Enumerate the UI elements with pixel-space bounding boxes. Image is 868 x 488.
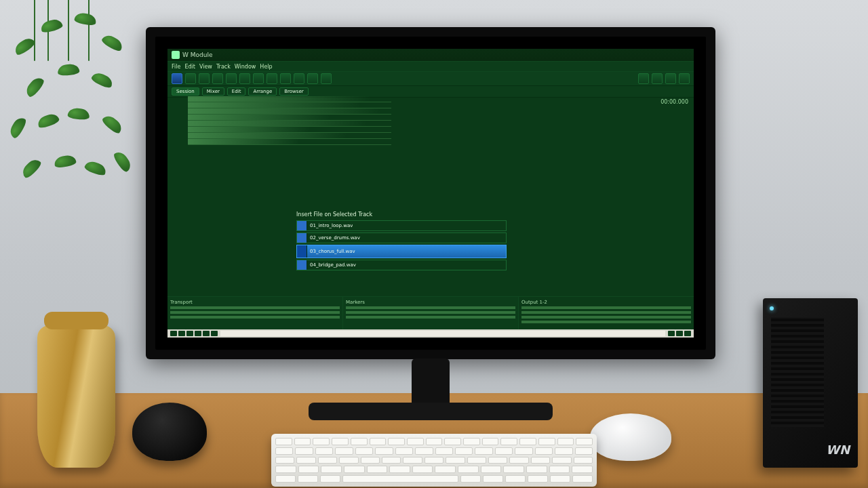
toolbar-button[interactable] <box>267 73 277 84</box>
menu-window[interactable]: Window <box>235 64 256 70</box>
start-button[interactable] <box>170 331 177 336</box>
track-list[interactable] <box>188 96 391 145</box>
titlebar[interactable]: W Module <box>167 49 694 62</box>
menu-track[interactable]: Track <box>216 64 231 70</box>
popup-header: Insert File on Selected Track <box>296 211 507 218</box>
file-icon <box>297 221 307 230</box>
taskbar-icon[interactable] <box>178 331 185 336</box>
pc-tower: WN <box>763 298 858 468</box>
monitor: W Module File Edit View Track Window Hel… <box>146 27 715 359</box>
photo-scene: W Module File Edit View Track Window Hel… <box>0 0 868 488</box>
tab-session[interactable]: Session <box>172 87 199 96</box>
monitor-stand-neck <box>412 359 450 403</box>
taskbar-icon[interactable] <box>203 331 210 336</box>
monitor-stand-base <box>309 403 553 420</box>
app-window: W Module File Edit View Track Window Hel… <box>167 49 694 338</box>
panel-label: Output 1-2 <box>521 300 691 305</box>
tab-browser[interactable]: Browser <box>279 87 308 96</box>
power-led-icon <box>770 306 774 310</box>
mouse-black <box>132 403 207 461</box>
toolbar-button[interactable] <box>226 73 237 84</box>
window-title: W Module <box>182 52 213 58</box>
tab-arrange[interactable]: Arrange <box>248 87 277 96</box>
toolbar <box>167 71 694 86</box>
toolbar-button[interactable] <box>253 73 264 84</box>
keyboard <box>271 434 597 487</box>
popup-item-selected[interactable]: 03_chorus_full.wav <box>296 245 507 258</box>
panel-label: Transport <box>170 300 340 305</box>
plant <box>0 0 156 285</box>
workspace: 00:00.000 Insert File on Selected Track <box>167 96 694 297</box>
popup-item[interactable]: 02_verse_drums.wav <box>296 232 507 243</box>
toolbar-button[interactable] <box>679 73 690 84</box>
vase <box>37 325 115 468</box>
file-icon <box>297 245 307 258</box>
file-icon <box>297 260 307 270</box>
taskbar-icon[interactable] <box>195 331 201 336</box>
mouse-white <box>590 413 671 461</box>
toolbar-button[interactable] <box>172 73 182 84</box>
toolbar-button[interactable] <box>239 73 250 84</box>
menu-edit[interactable]: Edit <box>184 64 195 70</box>
os-taskbar[interactable] <box>167 329 694 338</box>
toolbar-button[interactable] <box>321 73 332 84</box>
tab-mixer[interactable]: Mixer <box>202 87 224 96</box>
popup-item[interactable]: 01_intro_loop.wav <box>296 220 507 231</box>
toolbar-button[interactable] <box>212 73 223 84</box>
app-logo-icon <box>172 51 180 59</box>
tower-vents <box>771 317 824 427</box>
menubar[interactable]: File Edit View Track Window Help <box>167 62 694 71</box>
monitor-bezel: W Module File Edit View Track Window Hel… <box>155 37 706 350</box>
toolbar-button[interactable] <box>638 73 649 84</box>
tab-edit[interactable]: Edit <box>227 87 246 96</box>
menu-file[interactable]: File <box>172 64 180 70</box>
toolbar-button[interactable] <box>294 73 304 84</box>
tray-icon[interactable] <box>668 331 675 336</box>
taskbar-icon[interactable] <box>186 331 193 336</box>
popup-item[interactable]: 04_bridge_pad.wav <box>296 260 507 270</box>
toolbar-button[interactable] <box>199 73 210 84</box>
toolbar-button[interactable] <box>185 73 196 84</box>
timecode-readout: 00:00.000 <box>660 99 688 105</box>
menu-view[interactable]: View <box>199 64 212 70</box>
taskbar-spacer <box>220 331 665 336</box>
toolbar-button[interactable] <box>665 73 676 84</box>
insert-file-popup[interactable]: Insert File on Selected Track 01_intro_l… <box>296 211 507 272</box>
toolbar-button[interactable] <box>280 73 291 84</box>
tower-brand: WN <box>826 443 850 457</box>
taskbar-icon[interactable] <box>211 331 218 336</box>
panel-label: Markers <box>346 300 515 305</box>
menu-help[interactable]: Help <box>260 64 272 70</box>
tray-icon[interactable] <box>676 331 683 336</box>
toolbar-button[interactable] <box>307 73 318 84</box>
tray-icon[interactable] <box>684 331 691 336</box>
file-icon <box>297 233 307 243</box>
toolbar-button[interactable] <box>652 73 663 84</box>
